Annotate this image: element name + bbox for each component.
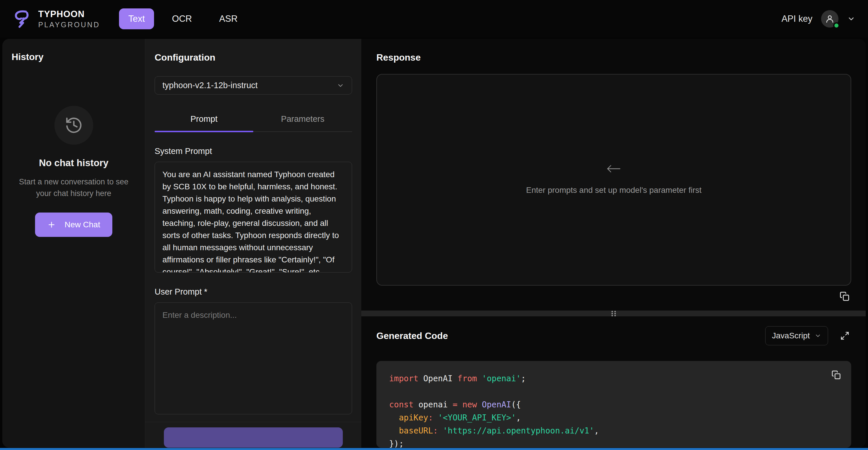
empty-title: No chat history [39, 158, 108, 168]
code-token: : [428, 413, 438, 422]
code-line: import OpenAI from 'openai'; [389, 372, 838, 385]
code-token: openai [418, 400, 453, 410]
copy-code-button[interactable] [830, 368, 842, 381]
code-token [389, 426, 399, 435]
code-token [389, 413, 399, 422]
generate-button[interactable] [164, 427, 343, 448]
code-token: = [453, 400, 462, 410]
plus-icon [47, 220, 56, 229]
copy-response-button[interactable] [838, 290, 851, 303]
system-prompt-input[interactable]: You are an AI assistant named Typhoon cr… [155, 162, 352, 273]
brand-title: TYPHOON [38, 9, 100, 20]
configuration-title: Configuration [155, 52, 352, 63]
code-token: import [389, 374, 423, 383]
new-chat-label: New Chat [65, 220, 100, 229]
history-panel: History No chat history Start a new conv… [2, 39, 145, 448]
code-line: baseURL: 'https://api.opentyphoon.ai/v1'… [389, 424, 838, 437]
active-tab-underline [155, 131, 253, 132]
code-line [389, 385, 838, 398]
response-actions [376, 289, 851, 304]
code-token: }); [389, 439, 404, 448]
code-token: 'https://api.opentyphoon.ai/v1' [443, 426, 594, 435]
chevron-down-icon[interactable] [847, 15, 855, 23]
tab-ocr[interactable]: OCR [163, 8, 201, 29]
code-token: 'openai' [482, 374, 521, 383]
top-bar: TYPHOON PLAYGROUND Text OCR ASR API key [0, 0, 868, 38]
response-title: Response [376, 52, 851, 63]
code-token: ({ [511, 400, 521, 410]
code-token: OpenAI [482, 400, 511, 410]
code-token: OpenAI [423, 374, 458, 383]
avatar[interactable] [821, 10, 838, 28]
code-token: , [594, 426, 599, 435]
code-line: const openai = new OpenAI({ [389, 398, 838, 411]
panel-resize-handle[interactable] [361, 311, 866, 316]
user-prompt-input[interactable] [155, 302, 352, 414]
configuration-footer [145, 422, 361, 448]
arrow-left-icon [606, 165, 621, 173]
content-card: History No chat history Start a new conv… [2, 39, 866, 448]
model-select[interactable]: typhoon-v2.1-12b-instruct [155, 76, 352, 94]
history-empty-state: No chat history Start a new conversation… [11, 106, 136, 237]
copy-icon [840, 291, 849, 301]
brand-subtitle: PLAYGROUND [38, 21, 100, 29]
code-token: ; [521, 374, 526, 383]
copy-icon [832, 370, 841, 379]
system-prompt-label: System Prompt [155, 146, 352, 156]
code-token: apiKey [399, 413, 428, 422]
response-panel: Response Enter prompts and set up model'… [361, 39, 866, 448]
api-key-link[interactable]: API key [781, 13, 812, 24]
generated-code-controls: JavaScript [765, 326, 851, 345]
code-token: , [516, 413, 521, 422]
generated-code-title: Generated Code [376, 331, 448, 341]
tab-asr[interactable]: ASR [210, 8, 247, 29]
model-select-value: typhoon-v2.1-12b-instruct [162, 81, 258, 90]
response-empty-box: Enter prompts and set up model's paramet… [376, 74, 851, 286]
history-clock-icon [65, 116, 83, 135]
prompt-parameter-tabs: Prompt Parameters [155, 110, 352, 132]
language-select-value: JavaScript [772, 331, 810, 340]
response-empty-message: Enter prompts and set up model's paramet… [526, 186, 702, 195]
code-token: from [458, 374, 482, 383]
code-token: new [462, 400, 482, 410]
tab-prompt[interactable]: Prompt [155, 110, 253, 131]
language-select[interactable]: JavaScript [765, 326, 828, 345]
code-block: import OpenAI from 'openai'; const opena… [376, 361, 851, 448]
code-token: const [389, 400, 418, 410]
brand: TYPHOON PLAYGROUND [13, 9, 100, 29]
empty-subtitle: Start a new conversation to see your cha… [14, 176, 133, 199]
typhoon-logo [13, 9, 32, 28]
history-icon-circle [55, 106, 93, 145]
tab-parameters[interactable]: Parameters [253, 110, 352, 131]
history-title: History [11, 52, 136, 62]
status-dot [833, 22, 840, 29]
code-line: apiKey: '<YOUR_API_KEY>', [389, 411, 838, 424]
mode-tabs: Text OCR ASR [119, 8, 247, 29]
configuration-panel: Configuration typhoon-v2.1-12b-instruct … [145, 39, 361, 448]
user-prompt-label: User Prompt * [155, 287, 352, 297]
code-line: }); [389, 437, 838, 448]
chevron-down-icon [337, 82, 344, 89]
chevron-down-icon [814, 332, 822, 339]
expand-icon [840, 331, 849, 340]
user-icon [825, 14, 834, 24]
generated-code-header: Generated Code JavaScript [376, 326, 851, 345]
expand-code-button[interactable] [838, 329, 851, 342]
code-token: '<YOUR_API_KEY>' [438, 413, 516, 422]
code-token: : [433, 426, 443, 435]
tab-text[interactable]: Text [119, 8, 154, 29]
drag-handle-dots [612, 311, 616, 316]
window-bottom-edge [0, 448, 868, 450]
code-token: baseURL [399, 426, 433, 435]
brand-text: TYPHOON PLAYGROUND [38, 9, 100, 29]
topbar-right: API key [781, 10, 855, 28]
new-chat-button[interactable]: New Chat [35, 213, 112, 237]
